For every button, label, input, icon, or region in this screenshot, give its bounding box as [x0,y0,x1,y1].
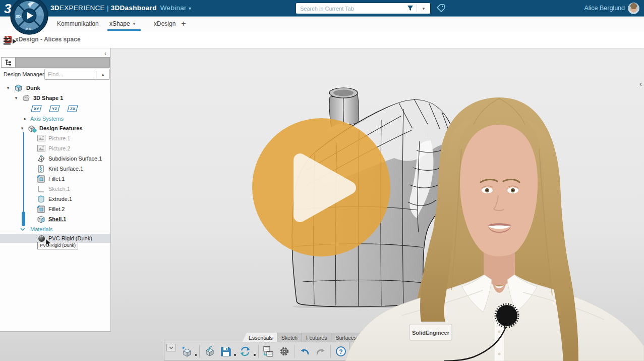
extrude-icon [37,195,45,203]
settings-button[interactable] [277,344,292,359]
tree-item-label: Materials [30,226,53,232]
compass-vr-label: V.R [26,27,31,31]
ribbon-tab-essentials[interactable]: Essentials [242,333,277,342]
dropdown-dot[interactable] [234,354,236,356]
ribbon-tab-features[interactable]: Features [302,333,331,342]
redo-icon [315,345,327,357]
expander-icon[interactable]: ▾ [5,85,11,90]
tree-item-shell-1[interactable]: Shell.1 [0,215,110,224]
dashboard-name[interactable]: Webinar [160,4,187,12]
presenter-name-badge: SolidEngineer [409,324,452,340]
screen: SolidEngineer ‹ [0,0,644,361]
user-avatar[interactable] [628,3,639,14]
tree-item-materials[interactable]: Materials [0,225,110,234]
dropdown-dot[interactable] [254,354,256,356]
search-input[interactable] [296,6,403,12]
filter-icon[interactable] [403,3,417,14]
open-part-button[interactable] [202,344,217,359]
video-play-button[interactable] [246,112,397,263]
picture-icon [37,145,45,151]
tree-item-label: 3D Shape 1 [33,95,63,101]
tree-item-picture-1[interactable]: Picture.1 [0,134,110,143]
plane-zx-icon[interactable]: ZX [67,105,79,113]
dashboard-chevron-icon[interactable]: ▾ [189,6,191,11]
panel-tab-strip [1,57,110,68]
tree-view-tab[interactable] [2,58,16,67]
ribbon-tab-sketch[interactable]: Sketch [277,333,302,342]
find-collapse-chevron-icon[interactable]: ▴ [96,72,109,77]
redo-button[interactable] [314,344,328,359]
tree-item-picture-2[interactable]: Picture.2 [0,144,110,153]
ribbon-tab-label: Sketch [281,335,298,341]
tree-item-knit-surface-1[interactable]: Knit Surface.1 [0,164,110,173]
expander-icon[interactable]: ▸ [22,116,28,121]
top-bar: 3DEXPERIENCE|3DDashboardWebinar▾ ▾ Alice… [0,0,644,17]
tree-item-label: Axis Systems [30,116,64,122]
find-box: ▴ [44,69,110,80]
plane-yz-icon[interactable]: YZ [48,105,61,113]
tree-item-sketch-1[interactable]: Sketch.1 [0,184,110,193]
fillet-icon [37,205,45,213]
tree-item-planes[interactable]: XY YZ ZX [0,104,110,113]
tree-item-label: Picture.1 [48,135,70,141]
tree-item-label: Dunk [26,85,40,91]
tree-item-axis-systems[interactable]: ▸ Axis Systems [0,114,110,123]
open-part-icon [204,345,216,357]
app-title: xDesign - Alices space [15,36,81,43]
dropdown-dot[interactable] [195,354,197,356]
search-bar: ▾ [296,3,431,14]
tree-item-label: Fillet.2 [48,206,65,212]
tree-item-extrude-1[interactable]: Extrude.1 [0,194,110,203]
save-button[interactable] [219,344,233,359]
ribbon-tab-label: Essentials [249,335,273,341]
toolbar-separator [330,345,331,358]
tab-xdesign[interactable]: xDesign [154,17,175,31]
compass-widget[interactable]: 3D V.R [10,0,49,35]
toolbar-separator [258,345,259,358]
active-tab-underline [107,29,141,31]
tree-item-subdivision-surface-1[interactable]: Subdivision Surface.1 [0,154,110,163]
compass-3d-label: 3D [16,14,21,19]
brand-3d: 3D [50,4,60,12]
find-input[interactable] [45,71,96,77]
plane-xy-icon[interactable]: XY [30,105,42,113]
sync-button[interactable] [238,344,253,359]
tab-xshape[interactable]: xShape▾ [109,17,135,31]
action-toolbar: ? [164,342,349,360]
svg-text:YZ: YZ [52,107,57,111]
undo-button[interactable] [297,344,312,359]
new-part-button[interactable] [180,344,194,359]
tree-item-dunk[interactable]: ▾ Dunk [0,83,110,92]
expander-icon[interactable]: ▾ [19,126,25,131]
tag-icon[interactable] [435,2,447,14]
tree-item-label: Sketch.1 [48,186,70,192]
user-name[interactable]: Alice Berglund [584,5,625,12]
search-dropdown-chevron-icon[interactable]: ▾ [417,3,430,14]
fillet-icon [37,175,45,183]
add-tab-button[interactable]: + [181,19,186,29]
design-tree-panel: ‹ Design Manager ▴ ▾ Dunk ▾ [0,48,111,332]
brand-experience: EXPERIENCE [60,4,105,12]
batch-properties-icon [262,345,274,357]
app-header: xDesign - Alices space [0,31,644,48]
toolbar-separator [295,345,295,358]
shell-icon [37,216,45,223]
tab-label: Kommunikation [57,20,99,27]
tree-item-design-features[interactable]: ▾ Design Features [0,124,110,133]
expander-chevron-icon[interactable] [20,228,25,231]
panel-collapse-chevron-icon[interactable]: ‹ [104,50,106,57]
tree-item-label: Knit Surface.1 [48,166,83,172]
tree-item-fillet-1[interactable]: Fillet.1 [0,174,110,183]
expander-icon[interactable]: ▾ [13,95,19,100]
batch-properties-button[interactable] [261,344,275,359]
tree-item-label: Shell.1 [48,216,66,222]
brand-separator: | [107,4,109,12]
hamburger-menu-icon[interactable] [3,37,17,46]
picture-icon [37,135,45,141]
tab-kommunikation[interactable]: Kommunikation [57,17,99,31]
tree-item-3d-shape-1[interactable]: ▾ 3D Shape 1 [0,93,110,102]
tree-item-label: Subdivision Surface.1 [48,156,102,162]
toolbar-collapse-button[interactable] [166,344,176,351]
tree-item-fillet-2[interactable]: Fillet.2 [0,204,110,214]
tab-chevron-icon[interactable]: ▾ [133,21,136,26]
